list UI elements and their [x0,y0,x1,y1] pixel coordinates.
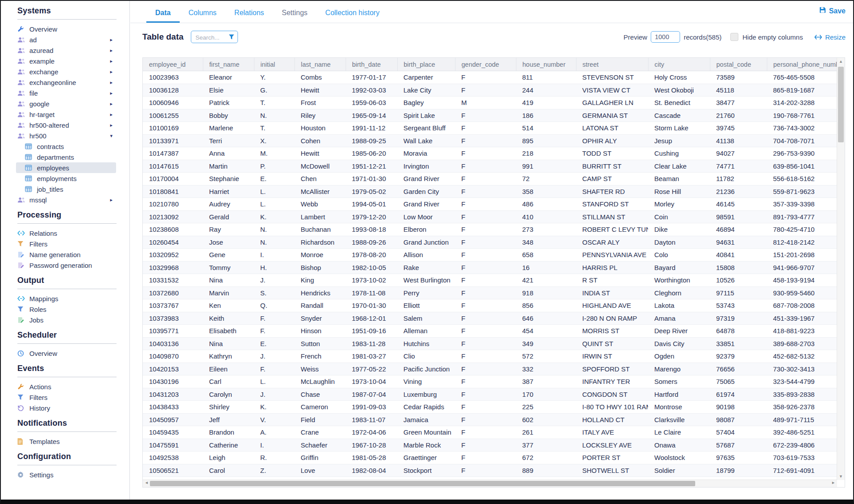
chevron-right-icon[interactable]: ▸ [110,91,113,96]
table-row[interactable]: 10430196CarlL.McLaughlin1973-10-04Vining… [143,375,837,388]
table-row[interactable]: 10395771ElisabethF.Hinson1951-09-16Allem… [143,325,837,338]
column-header-postal-code[interactable]: postal_code [710,58,767,71]
sidebar-item-overview[interactable]: Overview [1,348,129,359]
tab-columns[interactable]: Columns [180,9,226,23]
table-row[interactable]: 10403136NinaE.Sutton1983-11-28HutchinsF3… [143,337,837,350]
chevron-right-icon[interactable]: ▸ [110,69,113,74]
sidebar-item-hr500-altered[interactable]: hr500-altered▸ [1,120,129,130]
sidebar-item-roles[interactable]: Roles [1,304,129,314]
column-header-first-name[interactable]: first_name [203,58,254,71]
table-row[interactable]: 10170004StephanieE.Chen1971-01-30Grand R… [143,173,837,185]
chevron-right-icon[interactable]: ▸ [110,59,113,64]
sidebar-item-exchangeonline[interactable]: exchangeonline▸ [1,77,129,88]
table-row[interactable]: 10133971TerriX.Cohen1988-09-25Wall LakeF… [143,134,837,147]
sidebar-item-hr500[interactable]: hr500▾ [1,130,129,141]
chevron-right-icon[interactable]: ▸ [110,112,113,117]
scroll-right-arrow-icon[interactable]: ► [831,480,835,485]
tab-data[interactable]: Data [146,9,180,23]
sidebar-item-history[interactable]: History [1,403,129,413]
table-row[interactable]: 10420153EileenF.Weiss1977-05-22Pacific J… [143,363,837,375]
scroll-down-arrow-icon[interactable]: ▼ [837,474,845,479]
sidebar-item-departments[interactable]: departments [1,152,129,162]
table-row[interactable]: 10431203CarolynJ.Chase1987-07-04Luxembur… [143,388,837,401]
table-row[interactable]: 10036128ElsieG.Hewitt1992-03-03Lake City… [143,84,837,97]
table-row[interactable]: 10506521CarolZ.Love1982-08-04StockportF8… [143,464,837,477]
tab-settings[interactable]: Settings [273,9,317,23]
table-row[interactable]: 10238608RayN.Buchanan1993-08-18ElberonF2… [143,223,837,236]
tab-relations[interactable]: Relations [226,9,273,23]
table-row[interactable]: 10492538LeighR.Griffin1981-05-28Graettin… [143,452,837,464]
sidebar-item-mappings[interactable]: Mappings [1,293,129,304]
column-header-house-number[interactable]: house_number [516,58,576,71]
table-row[interactable]: 10100169MarleneT.Houston1991-11-12Sergea… [143,122,837,135]
chevron-right-icon[interactable]: ▸ [110,123,113,128]
table-row[interactable]: 10260454JoseN.Richardson1988-09-26Grand … [143,236,837,249]
sidebar-item-jobs[interactable]: Jobs [1,314,129,325]
column-header-personal-phone-number[interactable]: personal_phone_number [767,58,837,71]
column-header-initial[interactable]: initial [254,58,294,71]
table-row[interactable]: 10329968TommyH.Bishop1982-10-05RakeF16HA… [143,261,837,274]
sidebar-item-google[interactable]: google▸ [1,98,129,109]
sidebar-item-job-titles[interactable]: job_titles [1,184,129,194]
table-row[interactable]: 10331532NinaJ.King1973-10-02West Burling… [143,274,837,287]
table-row[interactable]: 10450957JeffV.Field1983-11-07JamaicaF602… [143,413,837,426]
table-row[interactable]: 10459435BrandonA.Crane1972-04-06Green Mo… [143,426,837,439]
sidebar-item-exchange[interactable]: exchange▸ [1,66,129,77]
column-header-birth-date[interactable]: birth_date [346,58,397,71]
sidebar-item-ad[interactable]: ad▸ [1,34,129,45]
tab-collection-history[interactable]: Collection history [316,9,388,23]
column-header-last-name[interactable]: last_name [294,58,346,71]
sidebar-item-azuread[interactable]: azuread▸ [1,45,129,56]
vertical-scrollbar[interactable]: ▲ ▼ [837,58,845,480]
sidebar-item-password-generation[interactable]: Password generation [1,260,129,270]
sidebar-item-employments[interactable]: employments [1,173,129,184]
chevron-right-icon[interactable]: ▸ [110,48,113,53]
scroll-left-arrow-icon[interactable]: ◄ [145,480,149,485]
column-header-city[interactable]: city [648,58,710,71]
table-row[interactable]: 10373983KeithF.Snyder1968-12-01SalemF646… [143,312,837,325]
table-row[interactable]: 10023963EleanorY.Combs1977-01-17Carpente… [143,71,837,84]
column-header-street[interactable]: street [576,58,648,71]
column-header-birth-place[interactable]: birth_place [397,58,455,71]
table-row[interactable]: 10180841HarrietL.McAllister1979-05-02Gar… [143,185,837,198]
sidebar-item-templates[interactable]: Templates [1,436,129,447]
sidebar-item-settings[interactable]: Settings [1,469,129,480]
table-row[interactable]: 10409870KathrynJ.French1981-03-27ClioF57… [143,350,837,363]
sidebar-item-contracts[interactable]: contracts [1,141,129,152]
horizontal-scrollbar[interactable]: ◄ ► [143,480,837,487]
sidebar-item-actions[interactable]: Actions [1,381,129,392]
search-input[interactable] [195,32,229,43]
table-row[interactable]: 10438433ShirleyK.Cameron1991-09-03Cedar … [143,401,837,414]
table-row[interactable]: 10320952GeneI.Monroe1978-08-20AllisonF65… [143,249,837,262]
table-row[interactable]: 10147615MartinP.McDowell1951-12-21Irving… [143,160,837,173]
table-row[interactable]: 10213092GeraldK.Lambert1979-12-20Low Moo… [143,210,837,223]
sidebar-item-name-generation[interactable]: Name generation [1,249,129,260]
chevron-right-icon[interactable]: ▸ [110,37,113,42]
sidebar-item-example[interactable]: example▸ [1,56,129,66]
vertical-scroll-thumb[interactable] [838,67,844,142]
sidebar-item-filters[interactable]: Filters [1,392,129,403]
column-header-employee-id[interactable]: employee_id [143,58,203,71]
sidebar-item-filters[interactable]: Filters [1,238,129,249]
chevron-right-icon[interactable]: ▸ [110,101,113,106]
resize-button[interactable]: Resize [814,33,846,41]
column-header-gender-code[interactable]: gender_code [455,58,516,71]
save-button[interactable]: Save [819,7,846,15]
chevron-right-icon[interactable]: ▸ [110,198,113,202]
filter-icon[interactable] [229,34,234,42]
table-row[interactable]: 10147387AnnaM.Hewitt1985-06-20MoraviaF21… [143,147,837,160]
chevron-right-icon[interactable]: ▸ [110,80,113,85]
sidebar-item-relations[interactable]: Relations [1,228,129,238]
table-row[interactable]: 10475591CatherineI.Schaefer1967-10-28Mar… [143,439,837,452]
table-row[interactable]: 10060946PatrickT.Frost1959-06-03BagleyM4… [143,97,837,109]
table-row[interactable]: 10372680MarvinS.Hendricks1978-11-08Perry… [143,286,837,299]
sidebar-item-file[interactable]: file▸ [1,88,129,98]
preview-count-input[interactable] [651,31,680,43]
horizontal-scroll-thumb[interactable] [150,481,695,486]
sidebar-item-overview[interactable]: Overview [1,24,129,34]
sidebar-item-employees[interactable]: employees [16,162,116,173]
table-row[interactable]: 10373767KenQ.Randall1970-01-30ElliottF85… [143,299,837,312]
hide-empty-checkbox[interactable] [730,33,738,41]
scroll-up-arrow-icon[interactable]: ▲ [837,59,845,64]
chevron-down-icon[interactable]: ▾ [110,133,113,138]
